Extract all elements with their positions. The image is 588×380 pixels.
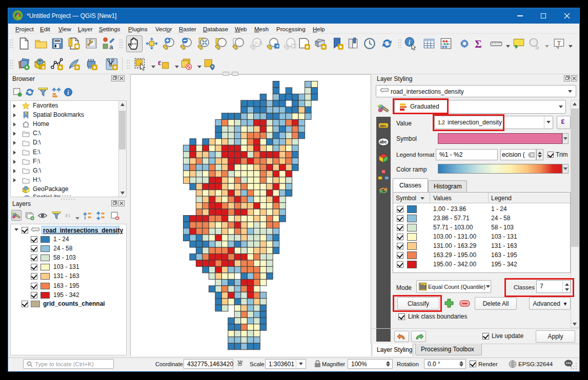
svg-text:ε: ε — [66, 212, 69, 219]
svg-text:abc: abc — [379, 140, 387, 144]
svg-text:a: a — [109, 43, 113, 50]
svg-text:abc: abc — [380, 123, 387, 128]
svg-text:Σ: Σ — [475, 38, 481, 50]
svg-text:(1:1): (1:1) — [255, 41, 262, 45]
svg-text:i: i — [409, 38, 411, 46]
svg-text:T: T — [557, 39, 561, 47]
svg-text:ε: ε — [158, 58, 161, 67]
